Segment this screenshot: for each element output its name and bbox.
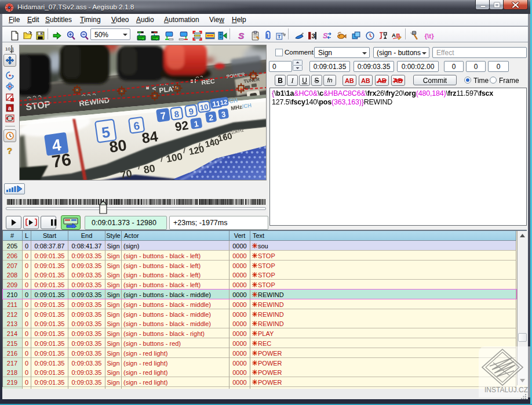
- svg-text:92: 92: [174, 118, 189, 133]
- svg-text:S: S: [238, 31, 244, 41]
- svg-text:10,1: 10,1: [5, 46, 14, 52]
- svg-text:S: S: [323, 31, 328, 40]
- svg-text:CH: CH: [229, 97, 238, 104]
- svg-text:3: 3: [311, 32, 315, 39]
- svg-text:84: 84: [141, 128, 159, 146]
- svg-text:?: ?: [7, 146, 12, 155]
- svg-text:76: 76: [50, 150, 72, 171]
- svg-text:70: 70: [119, 168, 133, 180]
- svg-text:a: a: [8, 105, 12, 111]
- svg-text:80: 80: [143, 162, 156, 176]
- svg-text:T: T: [278, 33, 281, 39]
- svg-text:AB: AB: [361, 77, 370, 84]
- svg-text:A: A: [392, 32, 396, 38]
- svg-text:10: 10: [199, 102, 209, 112]
- svg-text:{\t}: {\t}: [425, 32, 435, 39]
- svg-text:12: 12: [220, 98, 228, 106]
- svg-text:80: 80: [108, 136, 128, 156]
- svg-text:AB: AB: [345, 77, 354, 84]
